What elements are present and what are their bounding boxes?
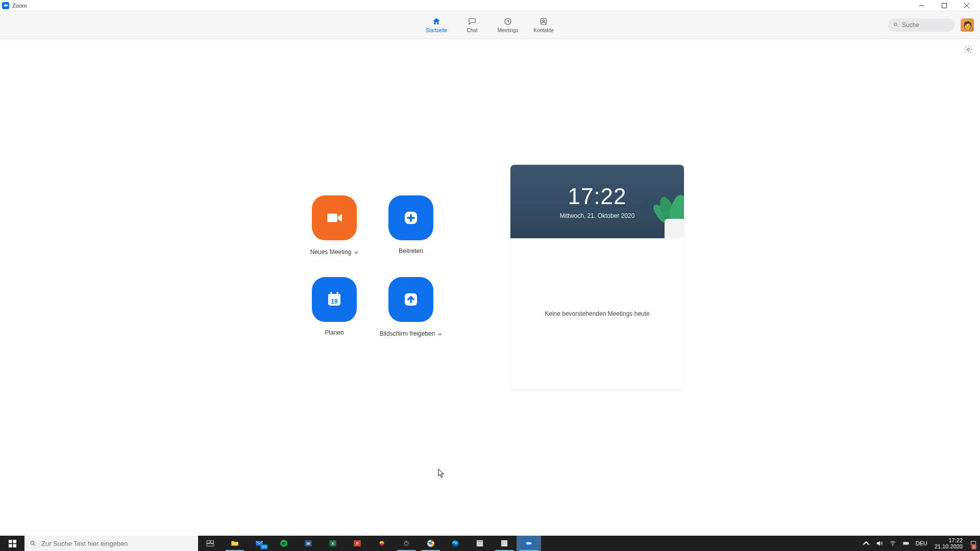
taskbar-zoom[interactable]	[517, 536, 541, 551]
clock-icon	[503, 17, 512, 26]
svg-point-4	[894, 23, 897, 26]
taskbar-explorer[interactable]	[223, 536, 247, 551]
calendar-time: 17:22	[568, 184, 626, 209]
start-button[interactable]	[0, 536, 24, 551]
svg-rect-43	[908, 543, 909, 544]
svg-point-30	[406, 541, 407, 543]
new-meeting-button[interactable]	[312, 195, 357, 240]
avatar[interactable]: 🧑	[961, 18, 974, 32]
tray-notifications[interactable]: 1	[967, 536, 980, 551]
search-input[interactable]	[902, 21, 949, 29]
schedule-label: Planen	[325, 329, 344, 336]
action-grid: Neues Meeting Beitreten	[296, 195, 449, 359]
join-label: Beitreten	[399, 247, 423, 255]
task-view-icon	[206, 539, 215, 548]
calendar-header: 17:22 Mittwoch, 21. Oktober 2020	[510, 165, 684, 238]
calendar-icon: 19	[325, 290, 344, 309]
tray-keyboard-layout[interactable]: DEU	[913, 536, 930, 551]
taskbar-obs[interactable]	[394, 536, 419, 551]
taskbar-app-2[interactable]	[492, 536, 517, 551]
schedule-button[interactable]: 19	[312, 277, 357, 322]
taskbar-excel[interactable]: X	[321, 536, 345, 551]
tray-volume[interactable]	[873, 536, 886, 551]
search-icon	[30, 540, 36, 547]
tray-clock-date: 21.10.2020	[935, 543, 963, 549]
spotify-icon	[279, 539, 288, 548]
obs-icon	[402, 539, 411, 548]
svg-rect-17	[211, 541, 214, 543]
share-screen-label: Bildschirm freigeben	[380, 330, 435, 337]
taskbar-mail[interactable]: 69	[247, 536, 272, 551]
join-cell: Beitreten	[373, 195, 449, 277]
nav-tab-chat[interactable]: Chat	[457, 11, 487, 38]
mail-badge: 69	[260, 544, 268, 549]
plant-decoration	[648, 188, 684, 238]
share-screen-dropdown[interactable]	[438, 329, 442, 338]
svg-rect-0	[942, 3, 947, 8]
nav-tab-label: Kontakte	[533, 28, 553, 33]
taskbar: 69 W X P	[0, 536, 980, 551]
window-maximize-button[interactable]	[933, 0, 955, 11]
window-title: Zoom	[12, 3, 27, 9]
svg-rect-13	[9, 544, 12, 547]
chevron-up-icon	[863, 540, 870, 547]
excel-icon: X	[328, 539, 337, 548]
search-box[interactable]	[888, 18, 954, 32]
svg-text:X: X	[331, 541, 334, 546]
edge-icon	[451, 539, 460, 548]
taskbar-app-circle[interactable]	[370, 536, 394, 551]
svg-rect-38	[502, 541, 504, 546]
tray-wifi[interactable]	[886, 536, 899, 551]
app-icon	[500, 539, 509, 548]
svg-point-20	[280, 540, 287, 547]
nav-tab-meetings[interactable]: Meetings	[493, 11, 523, 38]
svg-text:P: P	[356, 541, 358, 546]
notification-badge: 1	[971, 544, 976, 549]
app-icon	[475, 539, 484, 548]
nav-tab-label: Chat	[467, 28, 477, 33]
taskbar-search-input[interactable]	[41, 540, 193, 547]
nav-tab-label: Startseite	[426, 28, 447, 33]
zoom-icon	[524, 539, 533, 548]
tray-clock-time: 17:22	[948, 537, 963, 543]
new-meeting-dropdown[interactable]	[354, 247, 358, 257]
svg-rect-18	[207, 544, 214, 546]
wifi-icon	[889, 540, 896, 547]
schedule-cell: 19 Planen	[296, 277, 373, 359]
taskbar-spotify[interactable]	[272, 536, 296, 551]
taskbar-app-1[interactable]	[468, 536, 492, 551]
taskbar-chrome[interactable]	[419, 536, 443, 551]
home-icon	[432, 17, 441, 26]
svg-rect-12	[13, 540, 16, 543]
tray-show-hidden[interactable]	[860, 536, 873, 551]
svg-rect-14	[13, 544, 16, 547]
window-minimize-button[interactable]	[911, 0, 933, 11]
calendar-date: Mittwoch, 21. Oktober 2020	[560, 212, 635, 219]
svg-point-28	[403, 540, 410, 547]
svg-point-41	[892, 545, 893, 545]
nav-tab-contacts[interactable]: Kontakte	[528, 11, 559, 38]
nav-tab-home[interactable]: Startseite	[421, 11, 452, 38]
taskbar-word[interactable]: W	[296, 536, 321, 551]
join-button[interactable]	[388, 195, 433, 240]
taskbar-search[interactable]	[24, 536, 198, 551]
svg-text:W: W	[306, 541, 310, 546]
svg-rect-8	[328, 294, 340, 297]
taskbar-powerpoint[interactable]: P	[345, 536, 370, 551]
chevron-down-icon	[354, 251, 358, 255]
chevron-down-icon	[438, 332, 442, 336]
calendar-empty-text: Keine bevorstehenden Meetings heute	[545, 310, 649, 317]
svg-rect-39	[505, 541, 507, 546]
navbar: Startseite Chat Meetings Kontakte 🧑	[0, 11, 980, 39]
battery-icon	[902, 540, 910, 547]
tray-clock[interactable]: 17:22 21.10.2020	[930, 536, 967, 551]
taskbar-edge[interactable]	[443, 536, 468, 551]
tray-battery[interactable]	[899, 536, 913, 551]
zoom-app-icon	[2, 2, 9, 9]
window-close-button[interactable]	[955, 0, 978, 11]
video-icon	[325, 209, 344, 227]
chat-icon	[468, 17, 477, 26]
task-view-button[interactable]	[198, 536, 223, 551]
svg-rect-36	[478, 543, 482, 545]
share-screen-button[interactable]	[388, 277, 433, 322]
